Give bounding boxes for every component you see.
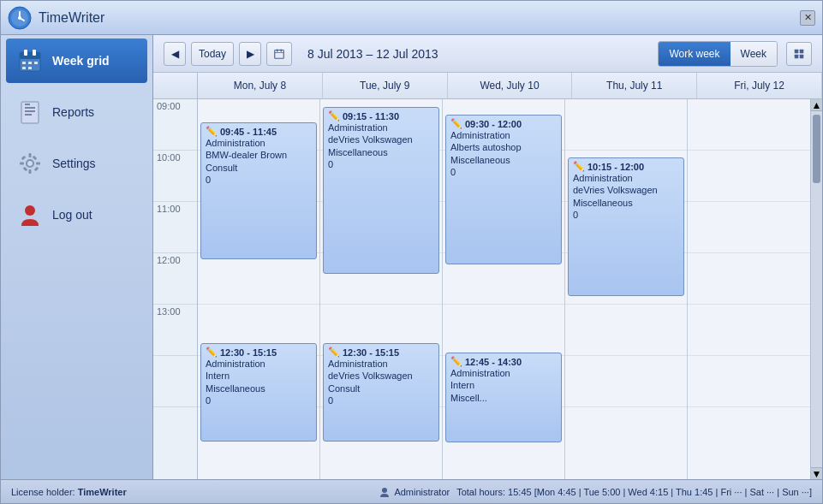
- time-11: 11:00: [153, 202, 197, 253]
- calendar-icon: [16, 47, 44, 74]
- time-13: 13:00: [153, 305, 197, 356]
- scrollbar[interactable]: ▲ ▼: [810, 99, 822, 479]
- event-time: ✏️ 09:30 - 12:00: [450, 118, 557, 129]
- logout-icon: [16, 201, 44, 228]
- day-header-0: Mon, July 8: [198, 73, 323, 98]
- next-button[interactable]: ▶: [239, 42, 261, 66]
- scroll-track-area: [811, 187, 822, 467]
- license-text: License holder: TimeWriter: [11, 487, 372, 497]
- event-wed-2[interactable]: ✏️ 12:45 - 14:30 AdministrationInternMis…: [445, 353, 562, 442]
- svg-rect-34: [795, 49, 799, 53]
- days-grid: ✏️ 09:45 - 11:45 AdministrationBMW-deale…: [198, 99, 810, 479]
- week-button[interactable]: Week: [731, 42, 777, 66]
- event-time: ✏️ 10:15 - 12:00: [573, 161, 679, 172]
- scroll-down-button[interactable]: ▼: [811, 467, 822, 479]
- event-wed-1[interactable]: ✏️ 09:30 - 12:00 AdministrationAlberts a…: [445, 115, 562, 264]
- svg-rect-9: [22, 62, 26, 64]
- sidebar-item-logout[interactable]: Log out: [6, 193, 147, 237]
- svg-rect-32: [277, 49, 278, 51]
- svg-rect-23: [20, 163, 24, 165]
- day-col-2[interactable]: ✏️ 09:30 - 12:00 AdministrationAlberts a…: [443, 99, 565, 479]
- reports-icon: [16, 98, 44, 126]
- svg-rect-12: [22, 67, 26, 69]
- svg-point-29: [25, 205, 35, 216]
- svg-rect-24: [36, 163, 40, 165]
- svg-rect-10: [28, 62, 32, 64]
- time-header: [153, 73, 198, 98]
- time-10: 10:00: [153, 151, 197, 202]
- event-tue-2[interactable]: ✏️ 12:30 - 15:15 AdministrationdeVries V…: [323, 343, 439, 442]
- calendar-picker-button[interactable]: [266, 42, 292, 66]
- scroll-thumb[interactable]: [813, 115, 820, 183]
- event-detail: AdministrationdeVries VolkswagenMiscella…: [328, 122, 434, 170]
- settings-icon: [16, 150, 44, 177]
- event-time: ✏️ 12:45 - 14:30: [450, 356, 557, 367]
- user-icon: [379, 486, 391, 498]
- svg-rect-27: [33, 156, 38, 161]
- sidebar-item-week-grid-label: Week grid: [52, 54, 110, 68]
- sidebar-item-week-grid[interactable]: Week grid: [6, 39, 147, 83]
- event-detail: AdministrationdeVries VolkswagenMiscella…: [573, 172, 679, 221]
- hours-summary: Total hours: 15:45 [Mon 4:45 | Tue 5:00 …: [456, 487, 812, 497]
- pencil-icon: ✏️: [206, 347, 218, 358]
- username: Administrator: [394, 487, 450, 497]
- event-tue-1[interactable]: ✏️ 09:15 - 11:30 AdministrationdeVries V…: [323, 107, 439, 274]
- pencil-icon: ✏️: [206, 126, 218, 137]
- svg-point-20: [27, 161, 33, 166]
- pencil-icon: ✏️: [573, 161, 585, 172]
- event-mon-1[interactable]: ✏️ 09:45 - 11:45 AdministrationBMW-deale…: [200, 122, 317, 259]
- time-12: 12:00: [153, 253, 197, 305]
- event-time: ✏️ 09:45 - 11:45: [206, 126, 312, 137]
- sidebar-item-reports-label: Reports: [52, 105, 94, 119]
- day-col-4[interactable]: [688, 99, 810, 479]
- pencil-icon: ✏️: [328, 347, 340, 358]
- day-col-0[interactable]: ✏️ 09:45 - 11:45 AdministrationBMW-deale…: [198, 99, 320, 479]
- event-time: ✏️ 12:30 - 15:15: [206, 347, 312, 358]
- event-time: ✏️ 12:30 - 15:15: [328, 347, 434, 358]
- svg-rect-8: [33, 50, 36, 56]
- app-window: TimeWriter ✕: [0, 0, 823, 504]
- svg-rect-25: [21, 156, 27, 161]
- sidebar-item-logout-label: Log out: [52, 208, 92, 222]
- pencil-icon: ✏️: [450, 356, 462, 367]
- svg-rect-11: [34, 62, 38, 64]
- date-range: 8 Jul 2013 – 12 Jul 2013: [307, 47, 642, 61]
- grid-options-button[interactable]: [786, 42, 812, 66]
- scroll-up-button[interactable]: ▲: [811, 99, 822, 111]
- svg-rect-36: [795, 54, 799, 58]
- close-button[interactable]: ✕: [800, 10, 815, 26]
- titlebar: TimeWriter ✕: [1, 1, 822, 35]
- day-col-1[interactable]: ✏️ 09:15 - 11:30 AdministrationdeVries V…: [320, 99, 443, 479]
- app-logo: [8, 6, 32, 30]
- work-week-button[interactable]: Work week: [659, 42, 730, 66]
- sidebar-item-reports[interactable]: Reports: [6, 90, 147, 134]
- calendar-body-wrapper: 09:00 10:00 11:00 12:00 13:00: [153, 99, 822, 479]
- sidebar-item-settings[interactable]: Settings: [6, 141, 147, 186]
- event-mon-2[interactable]: ✏️ 12:30 - 15:15 AdministrationInternMis…: [200, 343, 317, 442]
- pencil-icon: ✏️: [328, 110, 340, 122]
- calendar-header: Mon, July 8 Tue, July 9 Wed, July 10 Thu…: [153, 73, 822, 99]
- content-area: ◀ Today ▶ 8 Jul 2013 – 12 Jul 2013 Work …: [153, 35, 822, 479]
- svg-rect-28: [23, 167, 28, 172]
- statusbar: License holder: TimeWriter Administrator…: [1, 479, 822, 503]
- app-title: TimeWriter: [39, 10, 800, 26]
- day-header-2: Wed, July 10: [448, 73, 573, 98]
- day-col-3[interactable]: ✏️ 10:15 - 12:00 AdministrationdeVries V…: [565, 99, 688, 479]
- day-header-1: Tue, July 9: [323, 73, 448, 98]
- svg-point-38: [382, 488, 387, 493]
- event-thu-1[interactable]: ✏️ 10:15 - 12:00 AdministrationdeVries V…: [568, 157, 684, 296]
- calendar: Mon, July 8 Tue, July 9 Wed, July 10 Thu…: [153, 73, 822, 479]
- event-detail: AdministrationInternMiscellaneous0: [206, 358, 312, 406]
- prev-button[interactable]: ◀: [164, 42, 186, 66]
- time-14: [153, 356, 197, 407]
- toolbar: ◀ Today ▶ 8 Jul 2013 – 12 Jul 2013 Work …: [153, 35, 822, 73]
- pencil-icon: ✏️: [450, 118, 462, 129]
- svg-rect-7: [24, 50, 27, 56]
- svg-rect-33: [281, 49, 283, 51]
- event-detail: AdministrationBMW-dealer BrownConsult0: [206, 137, 312, 186]
- main-layout: Week grid Reports: [1, 35, 822, 479]
- svg-rect-21: [29, 153, 32, 157]
- svg-point-4: [18, 16, 21, 20]
- calendar-body[interactable]: 09:00 10:00 11:00 12:00 13:00: [153, 99, 810, 479]
- today-button[interactable]: Today: [191, 42, 234, 66]
